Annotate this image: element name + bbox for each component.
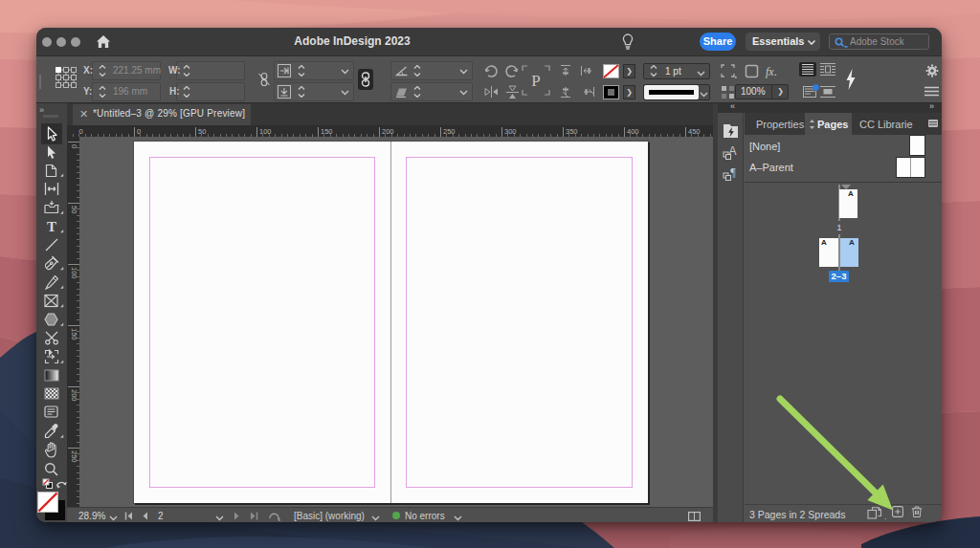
- svg-text:0: 0: [137, 127, 141, 136]
- svg-text:250: 250: [70, 450, 78, 463]
- svg-text:50: 50: [70, 206, 78, 213]
- svg-text:450: 450: [688, 127, 701, 136]
- svg-text:300: 300: [504, 127, 517, 136]
- svg-text:400: 400: [627, 127, 639, 136]
- svg-text:150: 150: [70, 328, 78, 340]
- svg-text:P: P: [531, 72, 540, 90]
- svg-text:200: 200: [382, 127, 394, 136]
- svg-text:0: 0: [79, 127, 83, 136]
- svg-text:100: 100: [70, 267, 78, 279]
- svg-text:¶: ¶: [730, 165, 736, 179]
- svg-text:100: 100: [259, 127, 272, 136]
- svg-text:50: 50: [198, 127, 206, 136]
- svg-text:250: 250: [443, 127, 456, 136]
- svg-text:0: 0: [70, 144, 78, 148]
- svg-text:150: 150: [321, 127, 333, 136]
- svg-text:200: 200: [70, 389, 78, 402]
- svg-text:350: 350: [566, 127, 578, 136]
